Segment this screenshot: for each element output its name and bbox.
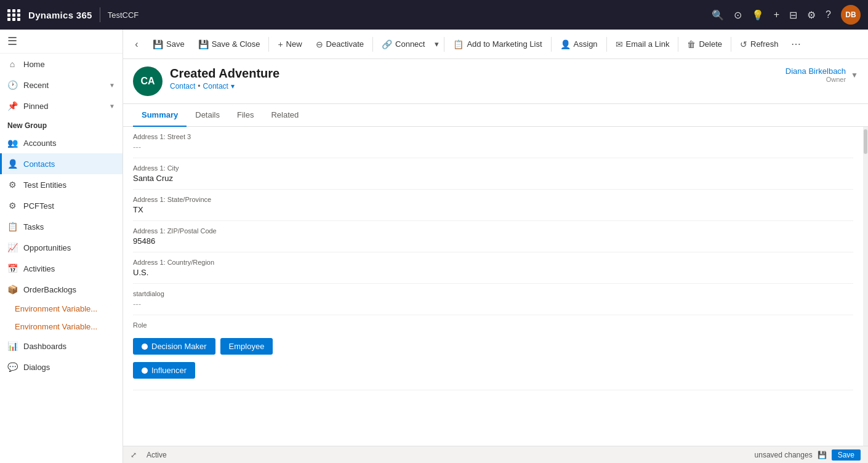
field-value-city[interactable]: Santa Cruz <box>133 174 853 183</box>
record-entity-chevron[interactable]: ▾ <box>231 82 235 91</box>
new-icon: + <box>278 39 283 49</box>
pcftest-icon: ⚙ <box>7 201 17 211</box>
field-label-startdialog: startdialog <box>133 290 853 297</box>
record-avatar: CA <box>133 66 163 96</box>
save-close-icon: 💾 <box>198 39 209 49</box>
grid-menu-icon[interactable] <box>7 9 21 21</box>
sidebar-dashboards-label: Dashboards <box>23 342 66 351</box>
sidebar-item-test-entities[interactable]: ⚙ Test Entities <box>0 174 123 195</box>
content-area: ‹ 💾 Save 💾 Save & Close + New ⊖ Deactiva… <box>123 30 868 463</box>
right-scrollbar[interactable] <box>863 127 868 446</box>
field-address1-state: Address 1: State/Province TX <box>133 190 853 221</box>
cmd-divider-1 <box>268 37 269 52</box>
influencer-label: Influencer <box>151 366 187 375</box>
tab-related[interactable]: Related <box>262 104 307 127</box>
connect-icon: 🔗 <box>382 39 392 49</box>
sidebar-item-home[interactable]: ⌂ Home <box>0 54 123 74</box>
recent-chevron: ▼ <box>109 82 115 89</box>
sidebar-home-label: Home <box>23 60 45 69</box>
connect-button[interactable]: 🔗 Connect <box>376 36 431 53</box>
search-icon[interactable]: 🔍 <box>712 9 724 21</box>
hamburger-icon[interactable]: ☰ <box>7 34 17 48</box>
field-value-zip[interactable]: 95486 <box>133 236 853 246</box>
save-icon-status: 💾 <box>818 451 827 459</box>
record-entity-link[interactable]: Contact <box>203 82 228 91</box>
delete-button[interactable]: 🗑 Delete <box>681 36 728 53</box>
help-icon[interactable]: ? <box>826 9 831 20</box>
field-value-country[interactable]: U.S. <box>133 268 853 277</box>
add-to-marketing-button[interactable]: 📋 Add to Marketing List <box>447 36 548 53</box>
sidebar-item-dialogs[interactable]: 💬 Dialogs <box>0 356 123 377</box>
delete-icon: 🗑 <box>687 39 696 49</box>
new-button[interactable]: + New <box>271 36 308 53</box>
assign-button[interactable]: 👤 Assign <box>554 36 604 53</box>
add-icon[interactable]: + <box>774 9 779 20</box>
sidebar-env-var-2[interactable]: Environment Variable... <box>0 318 123 336</box>
field-label-city: Address 1: City <box>133 164 853 172</box>
owner-name[interactable]: Diana Birkelbach <box>786 66 846 76</box>
user-avatar[interactable]: DB <box>841 5 861 25</box>
delete-label: Delete <box>699 39 722 49</box>
pinned-icon: 📌 <box>7 101 17 111</box>
record-type-link[interactable]: Contact <box>170 82 195 91</box>
role-btn-employee[interactable]: Employee <box>220 338 273 355</box>
lightbulb-icon[interactable]: 💡 <box>752 9 764 21</box>
filter-icon[interactable]: ⊟ <box>789 9 797 21</box>
refresh-icon: ↺ <box>740 39 747 49</box>
deactivate-button[interactable]: ⊖ Deactivate <box>310 36 370 53</box>
form-main: Address 1: Street 3 --- Address 1: City … <box>123 127 863 446</box>
field-value-state[interactable]: TX <box>133 205 853 214</box>
top-nav: Dynamics 365 TestCCF 🔍 ⊙ 💡 + ⊟ ⚙ ? DB <box>0 0 868 30</box>
sidebar-env-var-1[interactable]: Environment Variable... <box>0 300 123 318</box>
sidebar-item-pinned[interactable]: 📌 Pinned ▼ <box>0 95 123 116</box>
gear-icon[interactable]: ⚙ <box>807 9 816 21</box>
connect-dropdown[interactable]: ▾ <box>432 36 441 52</box>
command-bar: ‹ 💾 Save 💾 Save & Close + New ⊖ Deactiva… <box>123 30 868 59</box>
field-label-zip: Address 1: ZIP/Postal Code <box>133 227 853 235</box>
refresh-label: Refresh <box>750 39 779 49</box>
contacts-icon: 👤 <box>7 159 17 169</box>
expand-icon[interactable]: ⤢ <box>131 451 137 459</box>
cmd-divider-3 <box>444 37 444 52</box>
sidebar-item-tasks[interactable]: 📋 Tasks <box>0 216 123 237</box>
field-label-country: Address 1: Country/Region <box>133 259 853 266</box>
role-btn-decision-maker[interactable]: Decision Maker <box>133 338 215 355</box>
field-value-street3[interactable]: --- <box>133 142 853 151</box>
sidebar-item-accounts[interactable]: 👥 Accounts <box>0 132 123 153</box>
back-button[interactable]: ‹ <box>128 36 145 53</box>
cmd-divider-6 <box>678 37 678 52</box>
dashboards-icon: 📊 <box>7 341 17 351</box>
sidebar-item-activities[interactable]: 📅 Activities <box>0 258 123 279</box>
sidebar-item-dashboards[interactable]: 📊 Dashboards <box>0 336 123 356</box>
field-role: Role Decision Maker Employee <box>133 315 853 390</box>
owner-chevron[interactable]: ▼ <box>851 71 858 79</box>
status-save-button[interactable]: Save <box>832 449 861 461</box>
sidebar-item-orderbacklogs[interactable]: 📦 OrderBacklogs <box>0 279 123 300</box>
email-label: Email a Link <box>626 39 670 49</box>
tab-details[interactable]: Details <box>187 104 228 127</box>
record-header: CA Created Adventure Contact • Contact ▾… <box>123 59 868 104</box>
role-btn-influencer[interactable]: Influencer <box>133 362 195 379</box>
role-buttons: Decision Maker Employee <box>133 331 853 362</box>
sidebar-item-opportunities[interactable]: 📈 Opportunities <box>0 237 123 258</box>
sidebar-item-recent[interactable]: 🕐 Recent ▼ <box>0 74 123 95</box>
save-button[interactable]: 💾 Save <box>147 36 191 53</box>
brand-name: Dynamics 365 <box>28 10 92 20</box>
field-value-startdialog[interactable]: --- <box>133 299 853 308</box>
form-content: Address 1: Street 3 --- Address 1: City … <box>123 127 868 446</box>
settings-icon[interactable]: ⊙ <box>734 9 742 21</box>
top-nav-right: 🔍 ⊙ 💡 + ⊟ ⚙ ? DB <box>712 5 861 25</box>
save-close-button[interactable]: 💾 Save & Close <box>192 36 267 53</box>
tab-summary[interactable]: Summary <box>133 104 187 127</box>
sidebar-accounts-label: Accounts <box>23 139 56 148</box>
cmd-divider-2 <box>372 37 373 52</box>
sidebar-item-pcftest[interactable]: ⚙ PCFTest <box>0 195 123 216</box>
record-title: Created Adventure <box>170 66 279 81</box>
sidebar-item-contacts[interactable]: 👤 Contacts <box>0 153 123 174</box>
tab-files[interactable]: Files <box>228 104 262 127</box>
email-link-button[interactable]: ✉ Email a Link <box>609 36 676 53</box>
refresh-button[interactable]: ↺ Refresh <box>734 36 785 53</box>
field-address1-country: Address 1: Country/Region U.S. <box>133 252 853 284</box>
employee-label: Employee <box>229 342 265 351</box>
more-commands-button[interactable]: ⋯ <box>786 34 806 54</box>
